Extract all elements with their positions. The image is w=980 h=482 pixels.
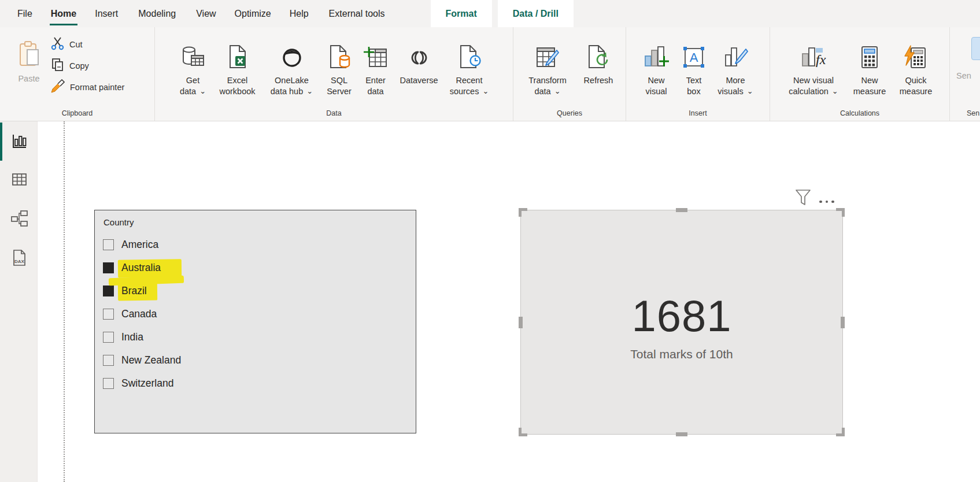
chevron-down-icon: ⌄ bbox=[482, 86, 489, 97]
menu-tab-view[interactable]: View bbox=[187, 0, 225, 27]
resize-handle-top[interactable] bbox=[676, 208, 687, 212]
get-data-icon bbox=[180, 36, 206, 70]
get-data-label: Get data bbox=[180, 76, 199, 96]
model-view-button[interactable] bbox=[9, 209, 29, 228]
report-view-icon bbox=[9, 142, 29, 152]
format-painter-button[interactable]: Format painter bbox=[51, 79, 124, 95]
dataverse-button[interactable]: Dataverse bbox=[396, 36, 442, 97]
copy-icon bbox=[51, 58, 64, 73]
menu-tab-optimize[interactable]: Optimize bbox=[225, 0, 280, 27]
filter-icon[interactable] bbox=[794, 188, 812, 209]
transform-data-button[interactable]: Transform data ⌄ bbox=[523, 36, 572, 97]
refresh-button[interactable]: Refresh bbox=[580, 36, 616, 97]
slicer-item[interactable]: Switzerland bbox=[103, 372, 416, 395]
more-options-icon[interactable] bbox=[819, 195, 834, 203]
menu-tab-insert[interactable]: Insert bbox=[86, 0, 127, 27]
card-visual[interactable]: 1681 Total marks of 10th bbox=[520, 210, 843, 435]
checkbox-unchecked-icon[interactable] bbox=[103, 239, 114, 250]
quick-measure-icon bbox=[903, 36, 929, 70]
resize-handle-bottom-left[interactable] bbox=[519, 428, 527, 436]
excel-workbook-button[interactable]: Excel workbook bbox=[215, 36, 261, 97]
menu-tab-external-tools[interactable]: External tools bbox=[318, 0, 396, 27]
chevron-down-icon: ⌄ bbox=[199, 86, 206, 97]
slicer-item[interactable]: India bbox=[103, 325, 416, 348]
quick-measure-label: Quick measure bbox=[897, 75, 935, 97]
resize-handle-top-right[interactable] bbox=[836, 208, 845, 217]
new-measure-button[interactable]: New measure bbox=[850, 36, 889, 97]
slicer-title: Country bbox=[95, 210, 416, 227]
cut-label: Cut bbox=[69, 40, 83, 49]
refresh-label: Refresh bbox=[584, 75, 613, 86]
report-view-button[interactable] bbox=[9, 131, 29, 150]
dataverse-icon bbox=[406, 36, 432, 70]
resize-handle-bottom-right[interactable] bbox=[836, 428, 845, 436]
onelake-data-hub-button[interactable]: OneLake data hub ⌄ bbox=[267, 36, 317, 97]
sql-server-label: SQL Server bbox=[323, 75, 356, 97]
new-measure-label: New measure bbox=[850, 75, 889, 97]
onelake-label: OneLake data hub bbox=[271, 76, 309, 96]
format-painter-icon bbox=[51, 79, 65, 95]
group-label-insert: Insert bbox=[626, 109, 770, 117]
slicer-item-label: India bbox=[121, 331, 143, 343]
menu-tab-modeling[interactable]: Modeling bbox=[127, 0, 187, 27]
slicer-item[interactable]: Brazil bbox=[103, 279, 416, 302]
slicer-item-label: New Zealand bbox=[121, 354, 181, 366]
new-visual-button[interactable]: New visual bbox=[641, 36, 671, 97]
checkbox-checked-icon[interactable] bbox=[103, 262, 114, 273]
checkbox-unchecked-icon[interactable] bbox=[103, 378, 114, 389]
checkbox-unchecked-icon[interactable] bbox=[103, 332, 114, 343]
new-visual-calculation-label: New visual calculation bbox=[789, 76, 834, 96]
menu-tab-home[interactable]: Home bbox=[42, 0, 86, 27]
sql-server-icon bbox=[327, 36, 352, 70]
excel-workbook-label: Excel workbook bbox=[215, 75, 261, 97]
chevron-down-icon: ⌄ bbox=[306, 86, 313, 97]
checkbox-unchecked-icon[interactable] bbox=[103, 309, 114, 320]
sql-server-button[interactable]: SQL Server bbox=[323, 36, 356, 97]
slicer-item[interactable]: America bbox=[103, 233, 416, 256]
recent-sources-icon bbox=[457, 36, 482, 70]
slicer-item-label: Canada bbox=[121, 308, 157, 320]
resize-handle-top-left[interactable] bbox=[519, 208, 527, 217]
table-view-button[interactable] bbox=[9, 169, 29, 189]
menu-tab-data-drill[interactable]: Data / Drill bbox=[498, 0, 574, 27]
checkbox-unchecked-icon[interactable] bbox=[103, 355, 114, 366]
group-label-data: Data bbox=[155, 109, 513, 117]
more-visuals-button[interactable]: More visuals ⌄ bbox=[716, 36, 755, 97]
new-visual-calculation-button[interactable]: fx New visual calculation ⌄ bbox=[785, 36, 842, 97]
card-value: 1681 bbox=[631, 294, 731, 338]
menu-tab-file[interactable]: File bbox=[8, 0, 42, 27]
enter-data-button[interactable]: Enter data bbox=[361, 36, 390, 97]
slicer-item[interactable]: Canada bbox=[103, 302, 416, 325]
ribbon-group-clipboard: Paste Cut bbox=[0, 27, 155, 121]
ribbon: Paste Cut bbox=[0, 27, 980, 121]
slicer-item[interactable]: New Zealand bbox=[103, 348, 416, 372]
menu-tab-help[interactable]: Help bbox=[280, 0, 318, 27]
active-view-indicator bbox=[0, 123, 2, 161]
copy-button[interactable]: Copy bbox=[51, 58, 124, 73]
new-visual-icon bbox=[643, 36, 670, 70]
resize-handle-left[interactable] bbox=[519, 317, 523, 328]
resize-handle-bottom[interactable] bbox=[676, 432, 687, 436]
menu-tab-format[interactable]: Format bbox=[431, 0, 492, 27]
chevron-down-icon: ⌄ bbox=[832, 86, 838, 97]
chevron-down-icon: ⌄ bbox=[747, 86, 753, 97]
transform-data-icon bbox=[535, 36, 560, 70]
chevron-down-icon: ⌄ bbox=[554, 86, 561, 97]
text-box-button[interactable]: A Text box bbox=[681, 36, 707, 97]
recent-sources-button[interactable]: Recent sources ⌄ bbox=[448, 36, 491, 97]
country-slicer-visual[interactable]: Country AmericaAustraliaBrazilCanadaIndi… bbox=[94, 210, 416, 433]
checkbox-checked-icon[interactable] bbox=[103, 286, 114, 296]
group-label-queries: Queries bbox=[513, 109, 626, 117]
quick-measure-button[interactable]: Quick measure bbox=[897, 36, 935, 97]
group-label-sensitivity: Sen bbox=[967, 109, 980, 117]
ribbon-group-calculations: fx New visual calculation ⌄ bbox=[770, 27, 950, 121]
cut-button[interactable]: Cut bbox=[51, 36, 124, 52]
card-label: Total marks of 10th bbox=[630, 347, 733, 361]
get-data-button[interactable]: Get data ⌄ bbox=[177, 36, 209, 97]
resize-handle-right[interactable] bbox=[841, 317, 845, 328]
paste-button[interactable]: Paste bbox=[7, 35, 51, 95]
transform-data-label: Transform data bbox=[528, 76, 567, 96]
dax-query-view-button[interactable]: DAX bbox=[9, 248, 29, 268]
dax-query-view-icon: DAX bbox=[9, 259, 29, 269]
slicer-item[interactable]: Australia bbox=[103, 256, 416, 279]
